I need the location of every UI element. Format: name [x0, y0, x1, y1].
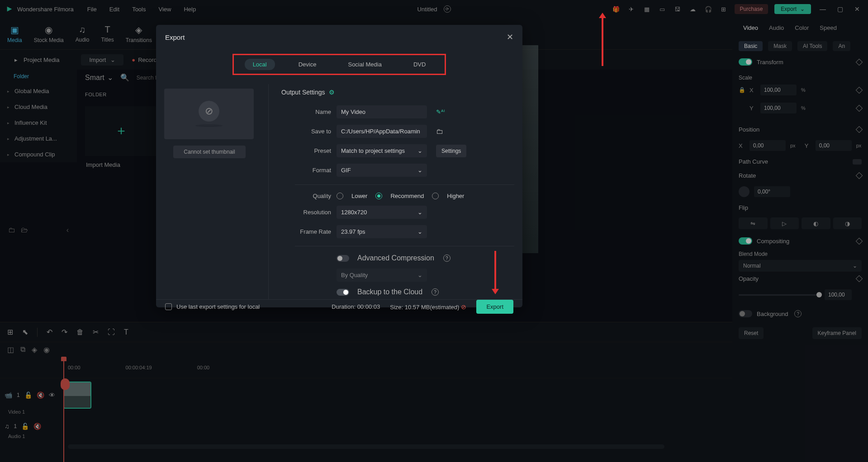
format-dropdown[interactable]: GIF⌄ [337, 164, 427, 177]
res-value: 1280x720 [341, 209, 367, 216]
preset-value: Match to project settings [341, 147, 405, 154]
help-icon[interactable]: ? [432, 288, 439, 296]
chevron-down-icon: ⌄ [417, 209, 422, 216]
tab-device[interactable]: Device [290, 59, 325, 70]
saveto-label: Save to [272, 128, 331, 135]
resolution-dropdown[interactable]: 1280x720⌄ [337, 206, 427, 219]
export-tabs: Local Device Social Media DVD [232, 54, 446, 75]
modal-close-button[interactable]: ✕ [507, 32, 513, 42]
export-button[interactable]: Export [476, 300, 513, 314]
resolution-label: Resolution [272, 209, 331, 216]
modal-body: ⊘ Cannot set thumbnail Output Settings ⚙… [156, 84, 522, 299]
thumbnail-box[interactable]: ⊘ [164, 89, 254, 139]
quality-label: Quality [272, 193, 331, 199]
thumbnail-column: ⊘ Cannot set thumbnail [164, 84, 264, 299]
quality-radio-group: Lower Recommend Higher [337, 193, 464, 199]
framerate-dropdown[interactable]: 23.97 fps⌄ [337, 225, 427, 238]
help-icon[interactable]: ? [443, 255, 451, 262]
output-settings-label: Output Settings [281, 89, 325, 96]
modal-title: Export [165, 33, 185, 41]
adv-compression-label: Advanced Compression [357, 254, 434, 262]
output-settings-header: Output Settings ⚙ [281, 89, 514, 96]
preset-label: Preset [272, 147, 331, 154]
modal-footer: Use last export settings for local Durat… [156, 299, 522, 314]
fps-value: 23.97 fps [341, 228, 365, 235]
name-input[interactable] [337, 105, 427, 118]
modal-header: Export ✕ [156, 25, 522, 49]
quality-lower-radio[interactable] [337, 193, 343, 199]
q-higher-label: Higher [447, 193, 464, 199]
cannot-set-thumbnail: Cannot set thumbnail [173, 146, 246, 158]
backup-label: Backup to the Cloud [357, 288, 422, 296]
q-rec-label: Recommend [390, 193, 424, 199]
by-quality-value: By Quality [341, 272, 368, 278]
chevron-down-icon: ⌄ [417, 167, 422, 174]
no-thumbnail-icon: ⊘ [199, 101, 219, 122]
name-label: Name [272, 108, 331, 115]
warning-icon[interactable]: ⊘ [461, 303, 466, 311]
tab-dvd[interactable]: DVD [405, 59, 434, 70]
quality-higher-radio[interactable] [432, 193, 439, 199]
tab-social-media[interactable]: Social Media [340, 59, 389, 70]
framerate-label: Frame Rate [272, 228, 331, 235]
format-value: GIF [341, 167, 351, 174]
preset-dropdown[interactable]: Match to project settings⌄ [337, 144, 427, 157]
separator [295, 184, 514, 185]
chevron-down-icon: ⌄ [417, 272, 422, 278]
preset-settings-button[interactable]: Settings [436, 145, 466, 157]
settings-gear-icon[interactable]: ⚙ [329, 89, 335, 96]
ai-edit-icon[interactable]: ✎ᴬᴵ [436, 108, 445, 115]
thumb-shadow [195, 124, 223, 127]
chevron-down-icon: ⌄ [417, 228, 422, 235]
backup-cloud-toggle[interactable] [337, 289, 349, 296]
by-quality-dropdown: By Quality⌄ [337, 269, 427, 282]
export-modal: Export ✕ Local Device Social Media DVD ⊘… [156, 25, 522, 307]
separator [295, 246, 514, 246]
format-label: Format [272, 167, 331, 174]
chevron-down-icon: ⌄ [417, 147, 422, 154]
q-lower-label: Lower [351, 193, 367, 199]
use-last-checkbox[interactable] [165, 303, 172, 310]
use-last-label: Use last export settings for local [176, 303, 260, 310]
saveto-input[interactable] [337, 125, 427, 138]
form-column: Output Settings ⚙ Name ✎ᴬᴵ Save to 🗀 Pre… [268, 84, 514, 299]
quality-recommend-radio[interactable] [375, 193, 382, 199]
browse-folder-icon[interactable]: 🗀 [436, 127, 443, 136]
tab-local[interactable]: Local [245, 59, 275, 70]
modal-tabs-wrap: Local Device Social Media DVD [156, 49, 522, 84]
size-text: Size: 10.57 MB(estimated)⊘ [390, 303, 466, 311]
duration-text: Duration: 00:00:03 [332, 303, 380, 310]
adv-compression-toggle[interactable] [337, 255, 349, 262]
size-value: Size: 10.57 MB(estimated) [390, 304, 459, 311]
